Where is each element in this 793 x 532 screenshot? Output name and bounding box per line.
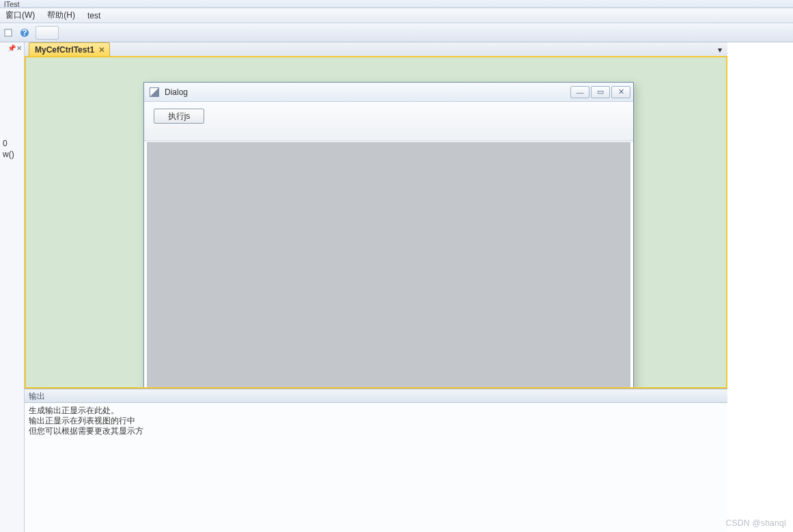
left-code-snippet: 0 w()	[3, 138, 14, 160]
close-icon[interactable]: ✕	[16, 45, 23, 52]
menu-window[interactable]: 窗口(W)	[1, 8, 39, 23]
menu-bar: 窗口(W) 帮助(H) test	[0, 8, 793, 23]
toolbar-dropdown[interactable]	[36, 26, 59, 40]
execute-js-button[interactable]: 执行js	[154, 109, 204, 124]
minimize-icon[interactable]: —	[570, 86, 589, 98]
menu-test[interactable]: test	[83, 10, 105, 22]
svg-text:?: ?	[22, 28, 27, 38]
help-icon[interactable]: ?	[18, 26, 31, 40]
dialog-toolbar: 执行js	[144, 102, 633, 141]
toolbar-btn-1[interactable]	[1, 26, 15, 40]
dialog-title-text: Dialog	[165, 87, 570, 97]
dialog-client-area[interactable]	[147, 142, 630, 389]
app-title: lTest	[0, 0, 793, 8]
svg-rect-0	[5, 29, 12, 36]
document-tab-strip: MyCefCtrlTest1 ✕ ▾	[25, 42, 727, 57]
output-panel: 输出 生成输出正显示在此处。 输出正显示在列表视图的行中 但您可以根据需要更改其…	[25, 389, 727, 532]
pin-icon[interactable]: 📌	[8, 45, 14, 52]
dialog-window[interactable]: Dialog — ▭ ✕ 执行js	[143, 82, 634, 389]
main-toolbar: ?	[0, 23, 793, 42]
tab-close-icon[interactable]: ✕	[98, 45, 105, 55]
close-window-icon[interactable]: ✕	[611, 86, 630, 98]
menu-help[interactable]: 帮助(H)	[43, 8, 79, 23]
dialog-app-icon	[150, 87, 159, 97]
output-text[interactable]: 生成输出正显示在此处。 输出正显示在列表视图的行中 但您可以根据需要更改其显示方	[25, 403, 727, 532]
tab-overflow-icon[interactable]: ▾	[715, 45, 725, 55]
output-panel-title: 输出	[25, 389, 727, 403]
dialog-titlebar[interactable]: Dialog — ▭ ✕	[144, 83, 633, 102]
form-designer-surface[interactable]: Dialog — ▭ ✕ 执行js	[25, 57, 727, 389]
left-sidebar: 📌 ✕ 0 w()	[0, 42, 25, 532]
tab-label: MyCefCtrlTest1	[35, 45, 94, 55]
maximize-icon[interactable]: ▭	[591, 86, 610, 98]
tab-mycefctrltest1[interactable]: MyCefCtrlTest1 ✕	[29, 42, 110, 56]
